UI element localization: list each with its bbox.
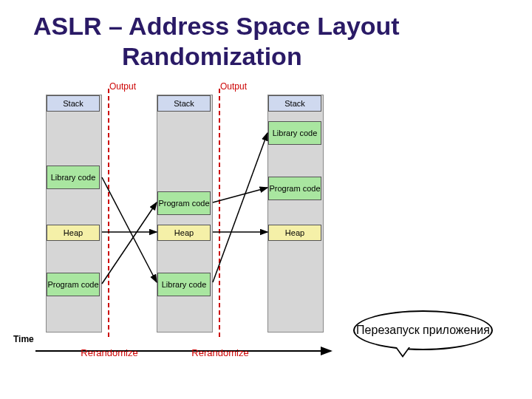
rerandomize-label-2: Rerandomize: [187, 347, 253, 358]
slide: ASLR – Address Space Layout Randomizatio…: [0, 0, 532, 399]
segment-program: Program code: [157, 191, 211, 215]
segment-library: Library code: [157, 273, 211, 296]
aslr-diagram: Output Output Stack Library code Heap Pr…: [13, 81, 338, 377]
memory-layout-2: Stack Program code Heap Library code: [157, 95, 213, 332]
rerandomize-divider-2: [219, 89, 220, 337]
svg-line-2: [102, 202, 157, 284]
callout-restart-app: Перезапуск приложения: [353, 310, 493, 350]
svg-line-0: [102, 177, 157, 282]
output-label-2: Output: [220, 81, 247, 92]
svg-line-3: [213, 188, 267, 202]
output-label-1: Output: [109, 81, 136, 92]
segment-program: Program code: [268, 177, 321, 200]
time-axis-label: Time: [13, 334, 34, 344]
rerandomize-label-1: Rerandomize: [76, 347, 143, 358]
segment-program: Program code: [47, 273, 100, 296]
segment-stack: Stack: [47, 95, 100, 112]
segment-library: Library code: [47, 166, 100, 189]
slide-title: ASLR – Address Space Layout Randomizatio…: [33, 11, 506, 72]
callout-text: Перезапуск приложения: [356, 324, 490, 337]
svg-line-5: [213, 133, 267, 282]
segment-heap: Heap: [157, 225, 211, 241]
title-line-2: Randomization: [33, 41, 506, 72]
memory-layout-1: Stack Library code Heap Program code: [46, 95, 102, 332]
rerandomize-divider-1: [108, 89, 109, 337]
segment-library: Library code: [268, 121, 321, 145]
segment-stack: Stack: [268, 95, 321, 112]
segment-heap: Heap: [268, 225, 321, 241]
title-line-1: ASLR – Address Space Layout: [33, 12, 400, 40]
memory-layout-3: Stack Library code Program code Heap: [267, 95, 324, 332]
segment-heap: Heap: [47, 225, 100, 241]
segment-stack: Stack: [157, 95, 211, 112]
callout-tail-icon: [395, 347, 410, 358]
